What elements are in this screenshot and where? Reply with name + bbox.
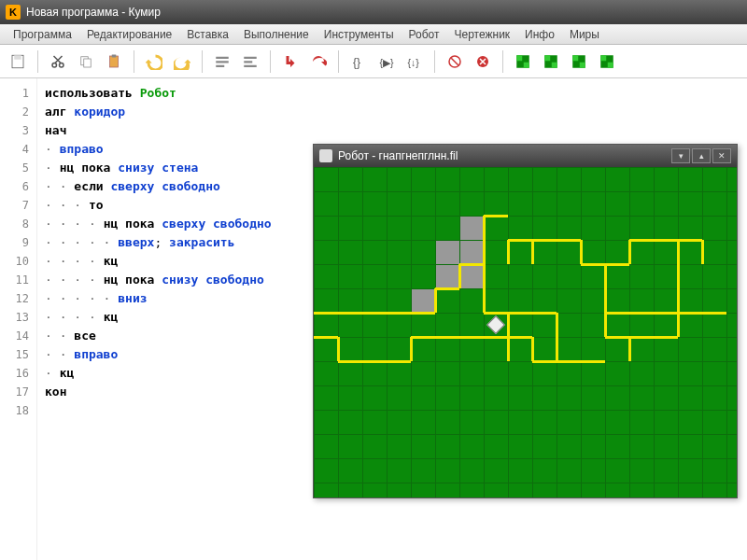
wall-v bbox=[434, 288, 437, 313]
painted-cell bbox=[460, 265, 484, 288]
wall-v bbox=[604, 313, 607, 337]
wall-h bbox=[605, 336, 629, 339]
svg-rect-12 bbox=[244, 61, 252, 63]
wall-v bbox=[701, 240, 704, 264]
minimize-button[interactable]: ▾ bbox=[671, 148, 690, 163]
wall-h bbox=[314, 336, 338, 339]
uncomment-icon[interactable] bbox=[238, 49, 262, 74]
wall-h bbox=[314, 312, 435, 315]
undo-icon[interactable] bbox=[142, 49, 166, 74]
wall-v bbox=[337, 337, 340, 361]
line-number: 16 bbox=[0, 364, 36, 383]
robot-window-title: Робот - гнапгнепглнн.fil bbox=[338, 149, 458, 162]
line-number: 11 bbox=[0, 271, 36, 289]
close-icon[interactable] bbox=[471, 49, 495, 74]
redo-icon[interactable] bbox=[170, 49, 194, 74]
wall-v bbox=[531, 337, 534, 361]
svg-point-3 bbox=[60, 63, 64, 67]
line-number: 6 bbox=[0, 177, 36, 196]
svg-rect-30 bbox=[608, 62, 613, 67]
cut-icon[interactable] bbox=[46, 49, 70, 74]
menu-программа[interactable]: Программа bbox=[6, 26, 79, 43]
wall-v bbox=[580, 240, 583, 264]
svg-rect-5 bbox=[84, 59, 92, 67]
svg-rect-7 bbox=[112, 54, 117, 57]
toolbar: {}{▶}{↓} bbox=[0, 45, 747, 78]
wall-h bbox=[508, 336, 532, 339]
line-number: 17 bbox=[0, 383, 36, 401]
wall-h bbox=[508, 239, 532, 242]
line-number: 12 bbox=[0, 289, 36, 308]
svg-text:{↓}: {↓} bbox=[408, 56, 420, 67]
svg-rect-8 bbox=[216, 56, 229, 58]
braces-icon[interactable]: {} bbox=[346, 49, 371, 74]
wall-h bbox=[484, 312, 508, 315]
menu-миры[interactable]: Миры bbox=[562, 26, 607, 43]
wall-h bbox=[338, 360, 411, 363]
line-number: 9 bbox=[0, 233, 36, 252]
robot-field[interactable] bbox=[314, 167, 737, 497]
painted-cell bbox=[460, 217, 484, 240]
wall-h bbox=[605, 312, 678, 315]
grid-a-icon[interactable] bbox=[511, 49, 535, 74]
wall-v bbox=[507, 240, 510, 264]
code-line[interactable]: алг коридор bbox=[45, 103, 740, 121]
wall-h bbox=[678, 239, 702, 242]
close-button[interactable]: ✕ bbox=[712, 148, 731, 163]
grid-d-icon[interactable] bbox=[595, 49, 619, 74]
editor-area: 123456789101112131415161718 использовать… bbox=[0, 78, 747, 560]
paste-icon[interactable] bbox=[102, 49, 126, 74]
robot-window: Робот - гнапгнепглнн.fil ▾ ▴ ✕ bbox=[313, 144, 738, 498]
menu-инфо[interactable]: Инфо bbox=[517, 26, 562, 43]
wall-v bbox=[628, 240, 631, 264]
wall-v bbox=[604, 264, 607, 313]
code-line[interactable]: использовать Робот bbox=[45, 84, 740, 103]
code-line[interactable]: нач bbox=[45, 121, 740, 140]
wall-h bbox=[411, 336, 508, 339]
svg-text:{▶}: {▶} bbox=[380, 56, 395, 67]
svg-rect-27 bbox=[580, 62, 585, 67]
wall-v bbox=[628, 337, 631, 361]
line-number: 3 bbox=[0, 121, 36, 140]
step-into-icon[interactable] bbox=[278, 49, 303, 74]
grid-c-icon[interactable] bbox=[567, 49, 591, 74]
save-icon[interactable] bbox=[6, 49, 30, 74]
wall-h bbox=[508, 312, 557, 315]
wall-h bbox=[532, 360, 557, 363]
wall-v bbox=[531, 240, 534, 264]
wall-h bbox=[532, 239, 581, 242]
stop-icon[interactable] bbox=[443, 49, 467, 74]
grid-b-icon[interactable] bbox=[539, 49, 563, 74]
menu-инструменты[interactable]: Инструменты bbox=[317, 26, 402, 43]
menu-редактирование[interactable]: Редактирование bbox=[79, 26, 179, 43]
main-titlebar: K Новая программа - Кумир bbox=[0, 0, 747, 24]
wall-h bbox=[484, 215, 508, 217]
menu-чертежник[interactable]: Чертежник bbox=[447, 26, 518, 43]
wall-v bbox=[677, 240, 680, 313]
menubar: ПрограммаРедактированиеВставкаВыполнение… bbox=[0, 24, 747, 45]
line-number: 15 bbox=[0, 345, 36, 364]
svg-rect-20 bbox=[516, 55, 522, 61]
step-over-icon[interactable] bbox=[306, 49, 331, 74]
svg-text:{}: {} bbox=[353, 55, 360, 68]
maximize-button[interactable]: ▴ bbox=[692, 148, 711, 163]
wall-h bbox=[629, 336, 678, 339]
run-icon[interactable]: {▶} bbox=[374, 49, 399, 74]
painted-cell bbox=[436, 241, 459, 264]
line-number: 10 bbox=[0, 252, 36, 271]
menu-выполнение[interactable]: Выполнение bbox=[236, 26, 317, 43]
robot-titlebar[interactable]: Робот - гнапгнепглнн.fil ▾ ▴ ✕ bbox=[314, 145, 737, 167]
wall-h bbox=[435, 287, 459, 290]
menu-вставка[interactable]: Вставка bbox=[179, 26, 236, 43]
line-number: 13 bbox=[0, 308, 36, 327]
menu-робот[interactable]: Робот bbox=[402, 26, 447, 43]
copy-icon[interactable] bbox=[74, 49, 98, 74]
comment-icon[interactable] bbox=[210, 49, 234, 74]
wall-v bbox=[483, 264, 486, 313]
run-to-icon[interactable]: {↓} bbox=[402, 49, 427, 74]
line-number: 7 bbox=[0, 196, 36, 215]
svg-rect-23 bbox=[544, 55, 550, 61]
wall-v bbox=[507, 313, 510, 337]
wall-v bbox=[483, 216, 486, 264]
line-number: 2 bbox=[0, 103, 36, 121]
